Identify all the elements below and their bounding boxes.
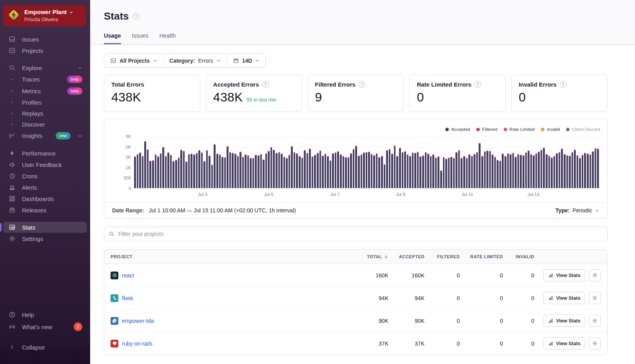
x-axis-tick xyxy=(402,189,403,191)
table-row-empower-tda: empower-tda90K90K000View Stats xyxy=(104,310,607,332)
card-help-icon[interactable]: ? xyxy=(560,81,566,88)
bullet-dot xyxy=(8,124,16,125)
legend-item-filtered[interactable]: Filtered xyxy=(476,127,497,132)
org-name: Empower Plant xyxy=(24,9,67,16)
project-link[interactable]: empower-tda xyxy=(122,318,154,324)
bar xyxy=(319,150,321,188)
view-stats-button[interactable]: View Stats xyxy=(543,315,585,327)
project-settings-button[interactable] xyxy=(589,337,601,350)
sidebar-item-label: Discover xyxy=(22,121,45,128)
table-row-ruby-on-rails: ruby-on-rails37K37K000View Stats xyxy=(104,332,607,355)
legend-item-client-discard[interactable]: Client Discard xyxy=(566,127,600,132)
project-link[interactable]: react xyxy=(122,272,134,279)
total-value: 94K xyxy=(353,295,388,301)
x-axis-tick xyxy=(535,189,536,191)
column-header-total[interactable]: TOTAL xyxy=(353,254,388,259)
invalid-value: 0 xyxy=(503,318,534,324)
sidebar-item-releases[interactable]: Releases xyxy=(3,205,87,216)
legend-item-invalid[interactable]: Invalid xyxy=(541,127,560,132)
tab-usage[interactable]: Usage xyxy=(104,33,121,44)
project-settings-button[interactable] xyxy=(589,315,601,327)
sidebar-item-whats-new[interactable]: What's new2 xyxy=(3,321,87,333)
sidebar-item-projects[interactable]: Projects xyxy=(3,45,87,56)
column-header-accepted[interactable]: ACCEPTED xyxy=(388,254,425,259)
project-settings-button[interactable] xyxy=(589,269,601,281)
sidebar-item-crons[interactable]: Crons xyxy=(3,170,87,181)
bar xyxy=(504,156,506,188)
project-link[interactable]: ruby-on-rails xyxy=(122,340,152,347)
card-title: Rate Limited Errors xyxy=(417,81,471,88)
project-settings-button[interactable] xyxy=(589,292,601,304)
category-selector[interactable]: Category: Errors xyxy=(163,54,226,67)
card-help-icon[interactable]: ? xyxy=(359,81,365,88)
column-header-invalid[interactable]: INVALID xyxy=(503,254,534,259)
invalid-value: 0 xyxy=(503,295,534,301)
type-selector[interactable]: Type: Periodic xyxy=(555,207,599,214)
sidebar-item-discover[interactable]: Discover xyxy=(3,119,87,130)
column-header-filtered[interactable]: FILTERED xyxy=(425,254,460,259)
view-stats-button[interactable]: View Stats xyxy=(543,337,585,350)
bar xyxy=(276,153,278,188)
bar xyxy=(425,152,427,188)
sidebar-item-user-feedback[interactable]: User Feedback xyxy=(3,159,87,170)
date-period-selector[interactable]: 14D xyxy=(227,54,266,67)
bar xyxy=(445,159,447,188)
bar-series xyxy=(134,136,600,188)
sidebar-item-label: Traces xyxy=(22,76,40,83)
issues-icon xyxy=(8,36,16,43)
bar xyxy=(590,154,591,188)
card-help-icon[interactable]: ? xyxy=(475,81,481,88)
bar xyxy=(348,157,350,188)
bar xyxy=(368,152,370,188)
bar xyxy=(196,153,198,188)
bar xyxy=(165,156,167,188)
card-value-row: 0 xyxy=(519,90,600,105)
row-actions: View Stats xyxy=(534,315,602,327)
tab-health[interactable]: Health xyxy=(159,33,176,44)
gear-icon xyxy=(592,272,598,278)
bar xyxy=(330,160,332,188)
sidebar-item-issues[interactable]: Issues xyxy=(3,34,87,45)
stats-icon xyxy=(8,224,16,231)
tab-issues[interactable]: Issues xyxy=(132,33,149,44)
view-stats-button[interactable]: View Stats xyxy=(543,292,585,304)
sidebar-item-settings[interactable]: Settings xyxy=(3,233,87,244)
stat-card: Filtered Errors?9 xyxy=(308,75,404,112)
column-header-project[interactable]: PROJECT xyxy=(111,254,353,259)
sidebar-item-metrics[interactable]: Metricsbeta xyxy=(3,85,87,97)
bar xyxy=(309,148,311,188)
bar xyxy=(335,152,337,188)
card-help-icon[interactable]: ? xyxy=(262,81,269,88)
sidebar-item-profiles[interactable]: Profiles xyxy=(3,97,87,108)
legend-item-accepted[interactable]: Accepted xyxy=(445,127,470,132)
sidebar-item-replays[interactable]: Replays xyxy=(3,108,87,119)
bar xyxy=(291,146,293,188)
sidebar-item-dashboards[interactable]: Dashboards xyxy=(3,193,87,204)
bar xyxy=(219,154,221,188)
project-filter-input[interactable] xyxy=(104,226,608,241)
sidebar-item-explore[interactable]: Explore xyxy=(3,62,87,73)
sidebar-item-traces[interactable]: Tracesbeta xyxy=(3,74,87,85)
project-selector[interactable]: All Projects xyxy=(104,54,163,67)
legend-item-rate-limited[interactable]: Rate Limited xyxy=(504,127,535,132)
bar xyxy=(237,156,239,188)
bar xyxy=(486,150,488,188)
accepted-value: 90K xyxy=(388,318,425,324)
sidebar-item-collapse[interactable]: Collapse xyxy=(3,342,87,353)
project-link[interactable]: flask xyxy=(122,295,133,301)
new-badge: new xyxy=(56,132,71,139)
sidebar-item-insights[interactable]: Insightsnew xyxy=(3,130,87,141)
view-stats-button[interactable]: View Stats xyxy=(543,269,585,281)
sidebar-item-alerts[interactable]: Alerts xyxy=(3,182,87,193)
bar xyxy=(286,158,288,188)
sidebar-item-stats[interactable]: Stats xyxy=(3,222,87,233)
sidebar-item-performance[interactable]: Performance xyxy=(3,148,87,159)
sidebar-item-help[interactable]: Help xyxy=(3,309,87,320)
bar xyxy=(263,159,265,188)
bar xyxy=(340,154,342,188)
page-help-icon[interactable]: ? xyxy=(133,13,140,20)
bar xyxy=(551,158,553,188)
column-header-rate-limited[interactable]: RATE LIMITED xyxy=(460,254,503,259)
bar xyxy=(281,154,283,188)
org-switcher[interactable]: Empower Plant Priscila Oliveira xyxy=(3,5,86,26)
